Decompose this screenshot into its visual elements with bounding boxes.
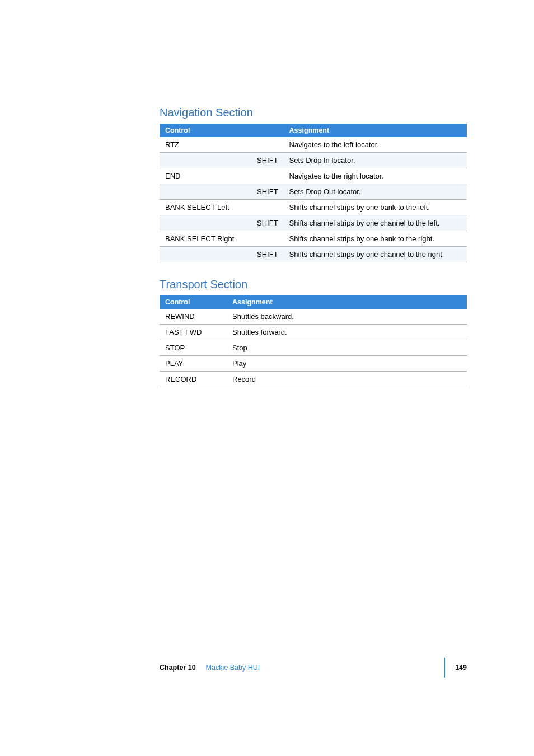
table-row: BANK SELECT Left Shifts channel strips b… (160, 200, 467, 215)
control-cell: RECORD (160, 372, 227, 387)
assignment-cell: Shifts channel strips by one channel to … (284, 215, 467, 231)
footer-chapter: Chapter 10 (160, 664, 196, 672)
assignment-cell: Shuttles backward. (227, 309, 467, 325)
page-footer: Chapter 10 Mackie Baby HUI 149 (160, 658, 467, 678)
modifier-cell (248, 168, 284, 184)
navigation-section-heading: Navigation Section (160, 106, 467, 119)
assignment-cell: Shifts channel strips by one bank to the… (284, 231, 467, 247)
footer-chapter-title: Mackie Baby HUI (206, 664, 260, 672)
modifier-cell: SHIFT (248, 215, 284, 231)
modifier-cell (248, 231, 284, 247)
assignment-cell: Shifts channel strips by one channel to … (284, 247, 467, 262)
assignment-cell: Shuttles forward. (227, 325, 467, 340)
control-cell (160, 215, 248, 231)
table-row: PLAY Play (160, 356, 467, 372)
control-cell: STOP (160, 340, 227, 356)
nav-header-control: Control (160, 124, 284, 137)
table-row: RECORD Record (160, 372, 467, 387)
control-cell (160, 184, 248, 200)
navigation-table: Control Assignment RTZ Navigates to the … (160, 124, 467, 262)
control-cell: FAST FWD (160, 325, 227, 340)
transport-header-control: Control (160, 295, 227, 309)
transport-header-assignment: Assignment (227, 295, 467, 309)
table-row: END Navigates to the right locator. (160, 168, 467, 184)
table-row: SHIFT Shifts channel strips by one chann… (160, 247, 467, 262)
modifier-cell (248, 137, 284, 153)
table-row: SHIFT Sets Drop In locator. (160, 153, 467, 168)
assignment-cell: Navigates to the right locator. (284, 168, 467, 184)
assignment-cell: Sets Drop Out locator. (284, 184, 467, 200)
assignment-cell: Play (227, 356, 467, 372)
control-cell: REWIND (160, 309, 227, 325)
modifier-cell: SHIFT (248, 247, 284, 262)
table-row: STOP Stop (160, 340, 467, 356)
assignment-cell: Record (227, 372, 467, 387)
control-cell (160, 247, 248, 262)
table-row: REWIND Shuttles backward. (160, 309, 467, 325)
transport-table: Control Assignment REWIND Shuttles backw… (160, 295, 467, 387)
modifier-cell: SHIFT (248, 184, 284, 200)
control-cell: BANK SELECT Right (160, 231, 248, 247)
assignment-cell: Stop (227, 340, 467, 356)
control-cell: BANK SELECT Left (160, 200, 248, 215)
control-cell: PLAY (160, 356, 227, 372)
footer-divider (444, 658, 445, 678)
table-row: SHIFT Sets Drop Out locator. (160, 184, 467, 200)
assignment-cell: Navigates to the left locator. (284, 137, 467, 153)
modifier-cell (248, 200, 284, 215)
transport-section-heading: Transport Section (160, 278, 467, 291)
assignment-cell: Sets Drop In locator. (284, 153, 467, 168)
footer-page-number: 149 (455, 664, 467, 672)
nav-header-assignment: Assignment (284, 124, 467, 137)
table-row: BANK SELECT Right Shifts channel strips … (160, 231, 467, 247)
control-cell (160, 153, 248, 168)
control-cell: RTZ (160, 137, 248, 153)
modifier-cell: SHIFT (248, 153, 284, 168)
assignment-cell: Shifts channel strips by one bank to the… (284, 200, 467, 215)
table-row: FAST FWD Shuttles forward. (160, 325, 467, 340)
table-row: SHIFT Shifts channel strips by one chann… (160, 215, 467, 231)
control-cell: END (160, 168, 248, 184)
table-row: RTZ Navigates to the left locator. (160, 137, 467, 153)
